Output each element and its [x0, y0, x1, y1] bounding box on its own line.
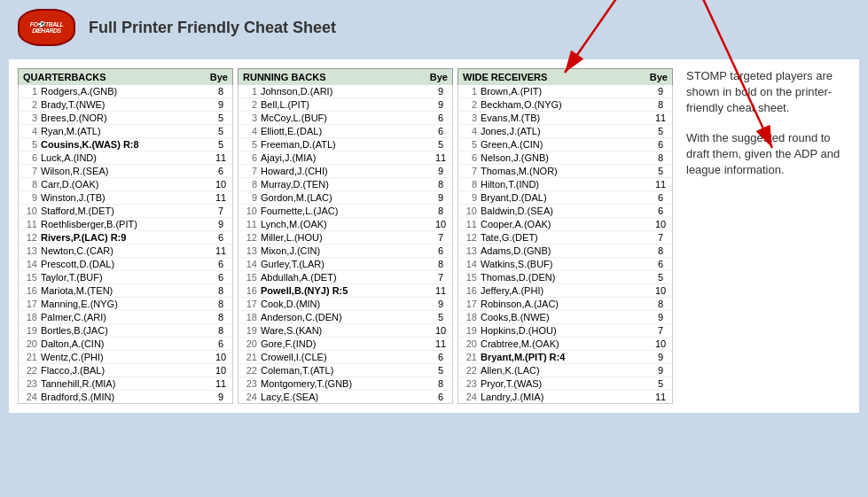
player-name: Green,A.(CIN) — [481, 139, 652, 150]
row-number: 18 — [21, 312, 37, 322]
player-row: 1Rodgers,A.(GNB)8 — [18, 85, 233, 98]
player-name: Brees,D.(NOR) — [41, 113, 212, 123]
bye-number: 6 — [652, 259, 669, 269]
bye-number: 7 — [212, 206, 230, 216]
columns-container: QUARTERBACKS Bye 1Rodgers,A.(GNB)82Brady… — [18, 68, 673, 404]
bye-number: 5 — [212, 139, 230, 150]
row-number: 10 — [241, 206, 257, 216]
player-name: Landry,J.(MIA) — [481, 392, 652, 402]
player-name: Manning,E.(NYG) — [41, 299, 212, 309]
player-row: 17Robinson,A.(JAC)8 — [457, 298, 673, 311]
row-number: 14 — [21, 259, 37, 269]
bye-number: 10 — [432, 219, 450, 229]
player-row: 13Mixon,J.(CIN)6 — [238, 245, 453, 258]
row-number: 7 — [241, 166, 257, 176]
player-row: 2Brady,T.(NWE)9 — [18, 98, 233, 112]
bye-number: 8 — [432, 179, 450, 190]
row-number: 9 — [21, 192, 37, 203]
player-name: Ajayi,J.(MIA) — [261, 152, 432, 163]
bye-number: 5 — [652, 378, 669, 389]
player-name: Gore,F.(IND) — [261, 338, 432, 349]
player-name: Evans,M.(TB) — [481, 113, 652, 123]
row-number: 5 — [241, 139, 257, 150]
player-row: 14Prescott,D.(DAL)6 — [18, 258, 233, 271]
player-name: Mariota,M.(TEN) — [41, 285, 212, 296]
player-row: 3Evans,M.(TB)11 — [457, 112, 673, 125]
player-row: 19Bortles,B.(JAC)8 — [18, 324, 233, 338]
bye-number: 9 — [652, 86, 669, 97]
row-number: 14 — [461, 259, 477, 269]
bye-number: 10 — [652, 338, 669, 349]
player-name: Hopkins,D.(HOU) — [481, 325, 652, 336]
player-name: Cooks,B.(NWE) — [481, 312, 652, 322]
player-name: Taylor,T.(BUF) — [41, 272, 212, 283]
sidebar-text-2: With the suggested round to draft them, … — [686, 130, 850, 179]
bye-number: 5 — [212, 113, 230, 123]
player-name: Crabtree,M.(OAK) — [481, 338, 652, 349]
row-number: 2 — [461, 99, 477, 110]
bye-number: 8 — [212, 312, 230, 322]
sidebar-text-1: STOMP targeted players are shown in bold… — [686, 68, 850, 117]
bye-number: 10 — [432, 325, 450, 336]
player-row: 23Montgomery,T.(GNB)8 — [238, 377, 453, 391]
row-number: 21 — [21, 352, 37, 362]
bye-number: 6 — [212, 259, 230, 269]
player-row: 16Mariota,M.(TEN)8 — [18, 284, 233, 298]
player-name: Thomas,D.(DEN) — [481, 272, 652, 283]
row-number: 18 — [461, 312, 477, 322]
player-name: Watkins,S.(BUF) — [481, 259, 652, 269]
row-number: 6 — [21, 152, 37, 163]
logo-text: FO⚽TBALLDIEHARDS — [30, 21, 64, 34]
row-number: 10 — [21, 206, 37, 216]
qb-header: QUARTERBACKS Bye — [18, 68, 233, 85]
row-number: 8 — [241, 179, 257, 190]
logo-area: FO⚽TBALLDIEHARDS — [18, 9, 75, 46]
bye-number: 11 — [212, 245, 230, 256]
player-name: Freeman,D.(ATL) — [261, 139, 432, 150]
player-row: 20Dalton,A.(CIN)6 — [18, 338, 233, 351]
row-number: 8 — [21, 179, 37, 190]
player-row: 2Beckham,O.(NYG)8 — [457, 98, 673, 112]
player-name: Roethlisberger,B.(PIT) — [41, 219, 212, 229]
row-number: 15 — [461, 272, 477, 283]
bye-number: 9 — [212, 219, 230, 229]
player-name: Elliott,E.(DAL) — [261, 126, 432, 136]
player-name: Newton,C.(CAR) — [41, 245, 212, 256]
bye-number: 10 — [212, 179, 230, 190]
bye-number: 9 — [432, 192, 450, 203]
bye-number: 9 — [432, 299, 450, 309]
bye-number: 7 — [432, 272, 450, 283]
player-row: 13Adams,D.(GNB)8 — [457, 245, 673, 258]
player-name: Brown,A.(PIT) — [481, 86, 652, 97]
player-row: 4Jones,J.(ATL)5 — [457, 125, 673, 138]
row-number: 12 — [461, 232, 477, 243]
player-row: 9Winston,J.(TB)11 — [18, 191, 233, 205]
rb-list: 1Johnson,D.(ARI)92Bell,L.(PIT)93McCoy,L.… — [238, 85, 453, 404]
player-name: Winston,J.(TB) — [41, 192, 212, 203]
player-row: 13Newton,C.(CAR)11 — [18, 245, 233, 258]
row-number: 24 — [21, 392, 37, 402]
player-row: 21Wentz,C.(PHI)10 — [18, 351, 233, 364]
row-number: 23 — [21, 378, 37, 389]
player-name: Tannehill,R.(MIA) — [41, 378, 212, 389]
player-name: Murray,D.(TEN) — [261, 179, 432, 190]
row-number: 20 — [241, 338, 257, 349]
player-name: Crowell,I.(CLE) — [261, 352, 432, 362]
row-number: 7 — [461, 166, 477, 176]
player-name: Howard,J.(CHI) — [261, 166, 432, 176]
row-number: 17 — [461, 299, 477, 309]
row-number: 16 — [241, 285, 257, 296]
player-name: Bell,L.(PIT) — [261, 99, 432, 110]
bye-number: 6 — [432, 126, 450, 136]
player-name: Luck,A.(IND) — [41, 152, 212, 163]
bye-number: 7 — [652, 232, 669, 243]
bye-number: 9 — [212, 392, 230, 402]
row-number: 4 — [21, 126, 37, 136]
row-number: 4 — [241, 126, 257, 136]
player-name: Bortles,B.(JAC) — [41, 325, 212, 336]
player-row: 7Wilson,R.(SEA)6 — [18, 165, 233, 178]
player-name: Lacy,E.(SEA) — [261, 392, 432, 402]
player-row: 17Cook,D.(MIN)9 — [238, 298, 453, 311]
row-number: 7 — [21, 166, 37, 176]
bye-number: 11 — [652, 113, 669, 123]
